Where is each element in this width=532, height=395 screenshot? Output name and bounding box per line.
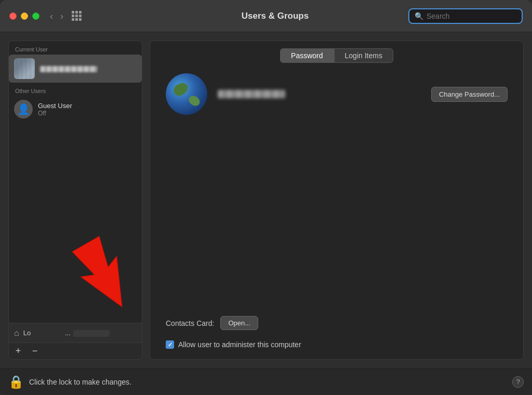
login-options-label: Login Options... — [23, 329, 110, 337]
guest-user-avatar: 👤 — [14, 100, 33, 118]
current-user-item[interactable] — [9, 55, 142, 83]
guest-user-info: Guest User Off — [38, 102, 72, 117]
current-user-name — [40, 65, 97, 73]
change-password-button[interactable]: Change Password... — [431, 87, 508, 102]
add-remove-bar: + − — [9, 343, 142, 359]
tab-login-items[interactable]: Login Items — [334, 48, 393, 63]
help-button[interactable]: ? — [512, 376, 524, 388]
titlebar: ‹ › Users & Groups 🔍 — [0, 0, 532, 32]
contacts-open-button[interactable]: Open... — [220, 316, 258, 330]
spacer — [166, 125, 508, 290]
other-users-section-label: Other Users — [9, 83, 142, 96]
lock-text: Click the lock to make changes. — [29, 378, 507, 386]
home-icon: ⌂ — [14, 328, 19, 338]
lock-icon[interactable]: 🔒 — [8, 375, 24, 389]
bottom-bar: 🔒 Click the lock to make changes. ? — [0, 368, 532, 395]
search-box[interactable]: 🔍 — [408, 8, 523, 24]
user-header-row: Change Password... — [166, 73, 508, 115]
current-user-avatar — [14, 58, 35, 79]
tab-password[interactable]: Password — [280, 48, 334, 63]
current-user-info — [40, 65, 97, 73]
user-avatar-earth — [166, 73, 207, 115]
login-options-bar[interactable]: ⌂ Login Options... — [9, 323, 142, 343]
panel-body: Change Password... Contacts Card: Open..… — [150, 63, 523, 359]
username-display — [218, 90, 285, 98]
checkmark-icon: ✓ — [168, 342, 172, 348]
guest-user-name: Guest User — [38, 102, 72, 110]
remove-user-button[interactable]: − — [26, 343, 43, 360]
guest-user-status: Off — [38, 110, 72, 117]
sidebar: Current User Other Users 👤 Guest User Of… — [8, 41, 142, 360]
close-button[interactable] — [9, 12, 17, 20]
admin-checkbox-label: Allow user to administer this computer — [178, 340, 301, 349]
admin-checkbox-row: ✓ Allow user to administer this computer — [166, 340, 508, 349]
right-panel: Password Login Items Change Password... … — [150, 41, 524, 360]
current-user-section-label: Current User — [9, 41, 142, 55]
contacts-card-label: Contacts Card: — [166, 319, 214, 327]
minimize-button[interactable] — [21, 12, 28, 20]
main-content: Current User Other Users 👤 Guest User Of… — [0, 32, 532, 368]
search-icon: 🔍 — [415, 12, 423, 20]
contacts-card-row: Contacts Card: Open... — [166, 316, 508, 330]
admin-checkbox[interactable]: ✓ — [166, 340, 174, 349]
main-window: ‹ › Users & Groups 🔍 Current User — [0, 0, 532, 395]
add-user-button[interactable]: + — [10, 343, 26, 360]
sidebar-list: Current User Other Users 👤 Guest User Of… — [9, 41, 142, 323]
search-input[interactable] — [427, 12, 516, 20]
tabs-bar: Password Login Items — [150, 41, 523, 63]
guest-user-item[interactable]: 👤 Guest User Off — [9, 96, 142, 122]
